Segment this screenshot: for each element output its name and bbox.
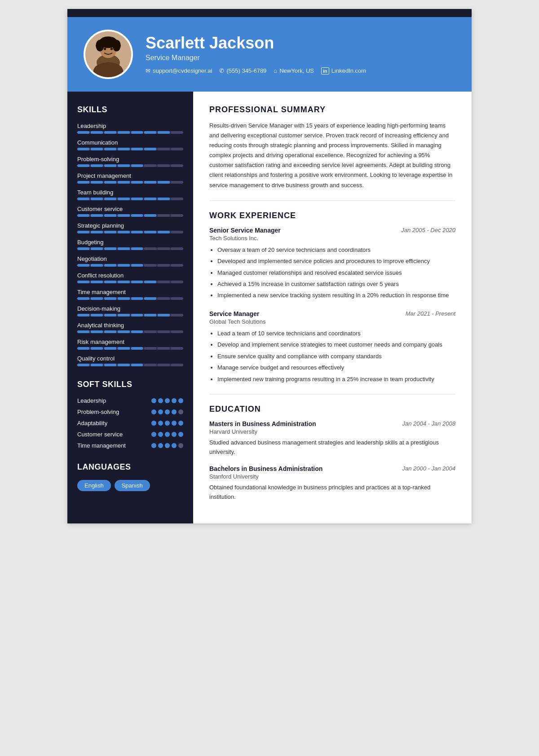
job-bullet: Implemented a new service tracking syste… <box>217 290 455 300</box>
soft-skill-dots <box>151 432 183 437</box>
dot-filled <box>151 432 156 437</box>
skill-bar-segment-filled <box>91 214 103 217</box>
dot-filled <box>172 398 177 403</box>
edu-dates: Jan 2004 - Jan 2008 <box>402 420 455 427</box>
soft-skill-dots <box>151 409 183 414</box>
skill-bar-segment-filled <box>144 231 156 233</box>
dot-filled <box>158 398 163 403</box>
contact-email: ✉ support@cvdesigner.ai <box>146 67 212 75</box>
job-title: Senior Service Manager <box>209 227 281 234</box>
top-bar <box>67 9 472 17</box>
skill-bar-segment-filled <box>118 247 130 250</box>
skill-bar-segment-filled <box>144 297 156 300</box>
education-title: EDUCATION <box>209 404 455 414</box>
skill-bar-segment-filled <box>144 198 156 200</box>
dot-filled <box>172 443 177 448</box>
skill-bar-segment-filled <box>158 131 170 134</box>
skill-bar-segment-filled <box>144 181 156 184</box>
edu-school: Harvard University <box>209 428 455 435</box>
summary-title: PROFESSIONAL SUMMARY <box>209 105 455 114</box>
skill-bar-segment-filled <box>104 231 116 233</box>
skill-bar-segment-filled <box>104 281 116 283</box>
dot-filled <box>158 409 163 414</box>
skill-bar-segment-empty <box>144 347 156 350</box>
skill-bar-segment-filled <box>118 231 130 233</box>
skill-name: Decision-making <box>77 305 183 312</box>
soft-skill-dots <box>151 443 183 448</box>
language-badges: EnglishSpanish <box>77 480 183 491</box>
summary-text: Results-driven Service Manager with 15 y… <box>209 121 455 190</box>
soft-skill-item: Customer service <box>77 431 183 438</box>
skill-bar-segment-empty <box>158 247 170 250</box>
skill-bar-segment-filled <box>131 347 143 350</box>
skill-name: Problem-solving <box>77 156 183 163</box>
dot-filled <box>151 421 156 426</box>
skill-item: Budgeting <box>77 239 183 250</box>
edu-degree: Masters in Business Administration <box>209 420 316 427</box>
dot-empty <box>178 409 183 414</box>
dot-filled <box>165 432 170 437</box>
summary-section: PROFESSIONAL SUMMARY Results-driven Serv… <box>209 105 455 190</box>
skill-item: Customer service <box>77 206 183 217</box>
dot-filled <box>151 443 156 448</box>
skill-bar-segment-filled <box>131 247 143 250</box>
skill-bar-segment-filled <box>77 214 89 217</box>
skill-bar-segment-filled <box>118 181 130 184</box>
skill-bar-segment-filled <box>118 214 130 217</box>
skill-item: Strategic planning <box>77 222 183 233</box>
skill-bar-segment-filled <box>118 264 130 267</box>
skill-bar <box>77 364 183 366</box>
skill-bar-segment-filled <box>77 198 89 200</box>
skill-bar-segment-filled <box>131 281 143 283</box>
divider-2 <box>209 394 455 395</box>
linkedin-icon: in <box>321 67 329 75</box>
skill-bar-segment-empty <box>171 148 183 150</box>
svg-point-7 <box>96 40 104 52</box>
skill-name: Communication <box>77 139 183 146</box>
skill-bar-segment-filled <box>77 364 89 366</box>
skill-item: Analytical thinking <box>77 322 183 333</box>
dot-filled <box>172 432 177 437</box>
skill-bar <box>77 297 183 300</box>
skill-bar <box>77 347 183 350</box>
soft-skills-title: SOFT SKILLS <box>77 380 183 389</box>
skill-item: Conflict resolution <box>77 272 183 283</box>
location-text: NewYork, US <box>279 67 314 74</box>
skill-bar-segment-filled <box>118 297 130 300</box>
divider-1 <box>209 200 455 201</box>
phone-icon: ✆ <box>219 67 224 74</box>
skill-bar <box>77 330 183 333</box>
dot-filled <box>172 421 177 426</box>
skill-bar-segment-filled <box>131 131 143 134</box>
skill-item: Decision-making <box>77 305 183 316</box>
svg-point-8 <box>112 40 121 52</box>
skill-bar-segment-empty <box>171 364 183 366</box>
skill-bar-segment-filled <box>104 148 116 150</box>
languages-title: LANGUAGES <box>77 462 183 472</box>
skill-bar-segment-filled <box>104 247 116 250</box>
svg-point-4 <box>104 48 106 50</box>
skill-bar-segment-filled <box>91 131 103 134</box>
dot-filled <box>158 432 163 437</box>
skill-bar-segment-filled <box>158 198 170 200</box>
skill-bar-segment-empty <box>171 181 183 184</box>
resume-header: Scarlett Jackson Service Manager ✉ suppo… <box>67 17 472 92</box>
education-item: Masters in Business AdministrationJan 20… <box>209 420 455 457</box>
skill-bar-segment-empty <box>158 364 170 366</box>
job-dates: Mar 2021 - Present <box>406 310 455 317</box>
skill-bar-segment-filled <box>118 314 130 316</box>
contact-linkedin: in LinkedIn.com <box>321 67 366 75</box>
skill-item: Negotiation <box>77 255 183 267</box>
job-bullet: Managed customer relationships and resol… <box>217 268 455 277</box>
skill-bar-segment-filled <box>104 131 116 134</box>
skill-bar-segment-empty <box>158 347 170 350</box>
svg-point-5 <box>110 48 113 50</box>
soft-skills-list: LeadershipProblem-solvingAdaptabilityCus… <box>77 397 183 449</box>
skill-bar-segment-filled <box>91 297 103 300</box>
skill-item: Communication <box>77 139 183 150</box>
job-bullet: Implemented new training programs result… <box>217 374 455 384</box>
skill-bar-segment-filled <box>144 281 156 283</box>
skill-bar <box>77 264 183 267</box>
skill-bar-segment-filled <box>131 314 143 316</box>
skill-item: Team building <box>77 189 183 200</box>
